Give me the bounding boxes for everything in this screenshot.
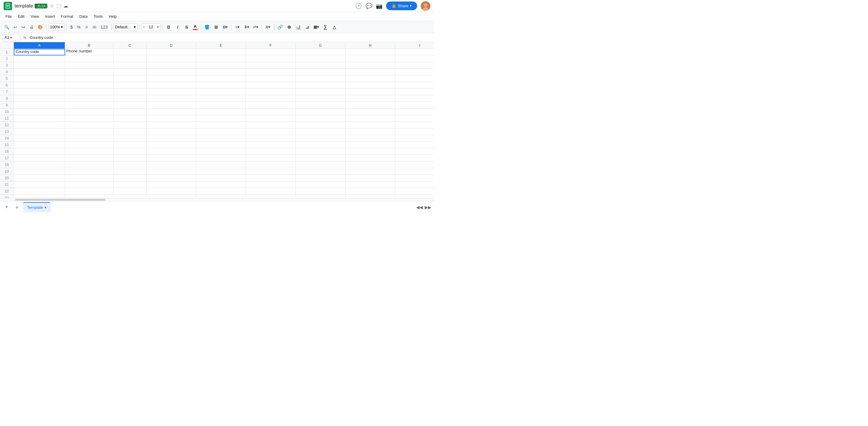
- cell-H18[interactable]: [345, 162, 395, 168]
- cell-F22[interactable]: [246, 188, 296, 195]
- cell-B21[interactable]: [65, 182, 113, 188]
- filter-button[interactable]: ⊿: [303, 23, 312, 31]
- text-color-button[interactable]: A: [192, 23, 199, 31]
- cell-G4[interactable]: [296, 69, 345, 75]
- cell-E17[interactable]: [196, 155, 246, 162]
- italic-button[interactable]: I: [174, 23, 182, 31]
- cell-G17[interactable]: [296, 155, 345, 162]
- menu-help[interactable]: Help: [106, 13, 120, 20]
- cell-H5[interactable]: [345, 75, 395, 82]
- paint-format-button[interactable]: 🎨: [36, 23, 44, 31]
- cell-A4[interactable]: [14, 69, 65, 75]
- cell-C4[interactable]: [113, 69, 147, 75]
- col-header-c[interactable]: C: [113, 42, 147, 49]
- cell-H10[interactable]: [345, 108, 395, 115]
- cell-G16[interactable]: [296, 148, 345, 155]
- cell-D3[interactable]: [147, 62, 196, 69]
- cell-I3[interactable]: [395, 62, 434, 69]
- cell-D6[interactable]: [147, 82, 196, 89]
- cell-G6[interactable]: [296, 82, 345, 89]
- row-number-22[interactable]: 22: [0, 188, 14, 195]
- cell-F3[interactable]: [246, 62, 296, 69]
- cell-B13[interactable]: [65, 128, 113, 135]
- cell-C1[interactable]: [113, 49, 147, 56]
- row-number-12[interactable]: 12: [0, 122, 14, 128]
- cell-E22[interactable]: [196, 188, 246, 195]
- cell-I2[interactable]: [395, 56, 434, 62]
- cell-A2[interactable]: [14, 56, 65, 62]
- row-number-14[interactable]: 14: [0, 135, 14, 141]
- cell-B7[interactable]: [65, 89, 113, 95]
- cell-C22[interactable]: [113, 188, 147, 195]
- cell-H1[interactable]: [345, 49, 395, 56]
- cell-G23[interactable]: [296, 195, 345, 198]
- cell-B22[interactable]: [65, 188, 113, 195]
- cell-D1[interactable]: [147, 49, 196, 56]
- cell-C18[interactable]: [113, 162, 147, 168]
- cell-G3[interactable]: [296, 62, 345, 69]
- row-number-2[interactable]: 2: [0, 56, 14, 62]
- cell-H20[interactable]: [345, 175, 395, 182]
- cell-E11[interactable]: [196, 115, 246, 122]
- cell-I20[interactable]: [395, 175, 434, 182]
- cell-F23[interactable]: [246, 195, 296, 198]
- cell-A23[interactable]: [14, 195, 65, 198]
- col-header-g[interactable]: G: [296, 42, 345, 49]
- cell-I4[interactable]: [395, 69, 434, 75]
- cell-F10[interactable]: [246, 108, 296, 115]
- cell-H3[interactable]: [345, 62, 395, 69]
- cell-C14[interactable]: [113, 135, 147, 141]
- row-number-1[interactable]: 1: [0, 49, 14, 56]
- cell-D18[interactable]: [147, 162, 196, 168]
- cell-H23[interactable]: [345, 195, 395, 198]
- cell-I13[interactable]: [395, 128, 434, 135]
- row-number-13[interactable]: 13: [0, 128, 14, 135]
- row-number-4[interactable]: 4: [0, 69, 14, 75]
- cell-G10[interactable]: [296, 108, 345, 115]
- cell-F12[interactable]: [246, 122, 296, 128]
- bold-button[interactable]: B: [164, 23, 173, 31]
- col-header-b[interactable]: B: [65, 42, 113, 49]
- cell-A20[interactable]: [14, 175, 65, 182]
- cell-F1[interactable]: [246, 49, 296, 56]
- cloud-icon[interactable]: ☁: [63, 3, 68, 9]
- font-family-selector[interactable]: Default... ▾: [113, 23, 137, 31]
- collapse-toolbar-button[interactable]: △: [330, 23, 339, 31]
- decimal-inc-button[interactable]: .00: [90, 23, 98, 31]
- cell-G22[interactable]: [296, 188, 345, 195]
- cell-H7[interactable]: [345, 89, 395, 95]
- cell-D14[interactable]: [147, 135, 196, 141]
- comment-icon[interactable]: 💬: [366, 3, 372, 9]
- cell-F9[interactable]: [246, 102, 296, 108]
- row-number-19[interactable]: 19: [0, 168, 14, 175]
- cell-H4[interactable]: [345, 69, 395, 75]
- borders-button[interactable]: ⊞: [212, 23, 220, 31]
- cell-C12[interactable]: [113, 122, 147, 128]
- cell-I23[interactable]: [395, 195, 434, 198]
- share-button[interactable]: 🔒 Share ▾: [386, 1, 417, 10]
- cell-I16[interactable]: [395, 148, 434, 155]
- chart-button[interactable]: 📊: [294, 23, 303, 31]
- cell-E14[interactable]: [196, 135, 246, 141]
- cell-I1[interactable]: [395, 49, 434, 56]
- col-header-e[interactable]: E: [196, 42, 246, 49]
- cell-B23[interactable]: [65, 195, 113, 198]
- percent-button[interactable]: %: [75, 23, 82, 31]
- undo-button[interactable]: ↩: [12, 23, 19, 31]
- decimal-dec-button[interactable]: .0: [83, 23, 90, 31]
- cell-B8[interactable]: [65, 95, 113, 102]
- cell-F11[interactable]: [246, 115, 296, 122]
- font-size-control[interactable]: − +: [141, 23, 160, 31]
- cell-A14[interactable]: [14, 135, 65, 141]
- cell-C8[interactable]: [113, 95, 147, 102]
- cell-H16[interactable]: [345, 148, 395, 155]
- row-number-16[interactable]: 16: [0, 148, 14, 155]
- cell-I15[interactable]: [395, 141, 434, 148]
- cell-G13[interactable]: [296, 128, 345, 135]
- cell-C17[interactable]: [113, 155, 147, 162]
- cell-B20[interactable]: [65, 175, 113, 182]
- cell-F18[interactable]: [246, 162, 296, 168]
- row-number-7[interactable]: 7: [0, 89, 14, 95]
- cell-A11[interactable]: [14, 115, 65, 122]
- cell-A22[interactable]: [14, 188, 65, 195]
